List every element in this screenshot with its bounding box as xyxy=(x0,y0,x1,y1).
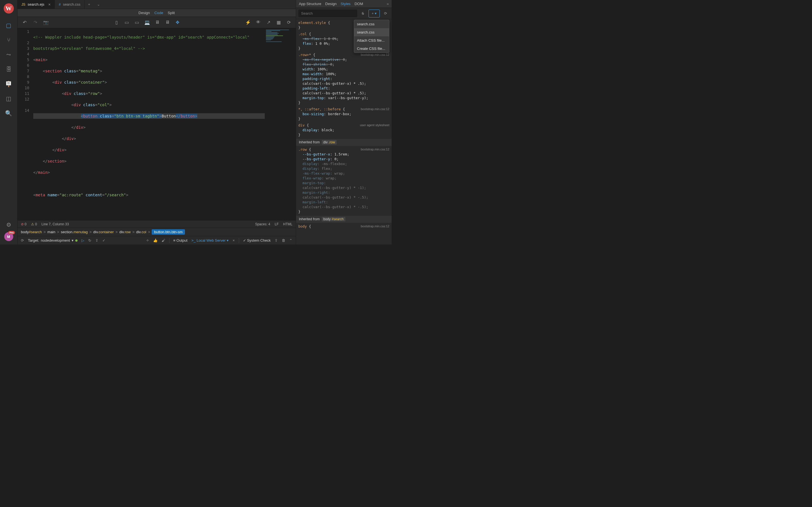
rule-div[interactable]: user agent stylesheet div { display: blo… xyxy=(298,123,389,137)
undo-icon[interactable]: ↶ xyxy=(21,20,28,25)
crumb-button[interactable]: button.btn.btn-sm xyxy=(152,229,185,235)
device-tablet-icon[interactable]: ▭ xyxy=(123,20,131,25)
close-panel-icon[interactable]: × xyxy=(233,238,235,242)
flows-icon[interactable]: 🪧 xyxy=(4,79,14,89)
server-selector[interactable]: >_ Local Web Server ▾ xyxy=(192,238,229,242)
view-split[interactable]: Split xyxy=(168,11,175,15)
app-logo[interactable]: W xyxy=(4,3,14,13)
close-icon[interactable]: × xyxy=(48,2,50,7)
target-selector[interactable]: Target: nodedevelopment ▾ xyxy=(28,238,78,242)
language-mode[interactable]: HTML xyxy=(283,222,292,226)
crumb-container[interactable]: div.container xyxy=(93,230,114,234)
line-gutter: 1 2 3 4 5 6 7 8 9 10 11 12 14 xyxy=(17,28,33,220)
output-panel-toggle[interactable]: ≡ Output xyxy=(173,238,188,242)
device-laptop-icon[interactable]: 💻 xyxy=(144,20,151,25)
minimap[interactable] xyxy=(265,28,296,220)
upload-icon[interactable]: ⇧ xyxy=(274,238,278,242)
tab-search-ejs[interactable]: JS search.ejs × xyxy=(17,0,55,9)
add-rule-button[interactable]: + ▾ xyxy=(368,10,380,17)
status-bar: ⊘ 0 ⚠ 0 Line 7, Column 33 Spaces: 4 LF H… xyxy=(17,220,296,228)
reload-icon[interactable]: ↻ xyxy=(88,238,91,242)
export-icon[interactable]: ↗ xyxy=(265,20,272,25)
new-tab-button[interactable]: + xyxy=(85,2,94,6)
menu-item-search-css-2[interactable]: search.css xyxy=(354,28,389,36)
rule-row[interactable]: bootstrap.min.css:12 .row { --bs-gutter-… xyxy=(298,147,389,214)
tab-app-structure[interactable]: App Structure xyxy=(299,2,321,6)
device-desktop-icon[interactable]: 🖥 xyxy=(154,20,161,25)
redo-icon[interactable]: ↷ xyxy=(32,20,39,25)
rule-body[interactable]: bootstrap.min.css:12 body { xyxy=(298,224,389,229)
styles-search-input[interactable] xyxy=(298,10,357,17)
wand-icon[interactable]: ✧ xyxy=(146,238,149,242)
crumb-row[interactable]: div.row xyxy=(119,230,131,234)
editor-toolbar: ↶ ↷ 📷 ▯ ▭ ▭ 💻 🖥 🖥 ✥ ⚡ 👁 ↗ ▦ ⟳ xyxy=(17,17,296,28)
user-avatar[interactable]: MPro xyxy=(4,232,13,241)
indent-info[interactable]: Spaces: 4 xyxy=(255,222,270,226)
device-wide-icon[interactable]: 🖥 xyxy=(164,20,171,25)
tab-label: search.css xyxy=(63,2,80,6)
move-icon[interactable]: ✥ xyxy=(174,20,181,25)
system-check[interactable]: ✓ System Check xyxy=(243,238,271,242)
brush-icon[interactable]: 🖌 xyxy=(161,238,165,242)
crumb-body[interactable]: body#search xyxy=(21,230,42,234)
preview-icon[interactable]: 👁 xyxy=(255,20,262,25)
chevron-down-icon: ▾ xyxy=(71,238,73,242)
crumb-col[interactable]: div.col xyxy=(136,230,146,234)
refresh-icon[interactable]: ⟳ xyxy=(285,20,292,25)
database-icon[interactable]: 🗄 xyxy=(4,64,14,74)
device-mobile-icon[interactable]: ▯ xyxy=(113,20,120,25)
view-mode-bar: Design Code Split xyxy=(17,9,296,17)
rule-row-star[interactable]: bootstrap.min.css:12 .row>* { -ms-flex-n… xyxy=(298,52,389,105)
tab-search-css[interactable]: # search.css xyxy=(55,0,85,9)
tab-styles[interactable]: Styles xyxy=(341,2,350,6)
deploy-icon[interactable]: ⇪ xyxy=(95,238,98,242)
trash-icon[interactable]: 🗑 xyxy=(282,238,285,242)
chevron-up-icon[interactable]: ⌃ xyxy=(289,238,292,242)
strikethrough-icon[interactable]: S̶ xyxy=(359,10,367,17)
git-icon[interactable]: ⑂ xyxy=(4,35,14,45)
camera-icon[interactable]: 📷 xyxy=(42,20,50,25)
bolt-icon[interactable]: ⚡ xyxy=(245,20,252,25)
styles-list[interactable]: search.css search.css Attach CSS file...… xyxy=(296,19,392,244)
play-icon[interactable]: ▷ xyxy=(82,238,84,242)
tab-menu-chevron[interactable]: ⌄ xyxy=(94,2,103,6)
settings-icon[interactable]: ⚙ xyxy=(4,220,14,230)
device-tablet-land-icon[interactable]: ▭ xyxy=(133,20,141,25)
menu-item-create-css[interactable]: Create CSS file... xyxy=(354,45,389,53)
qr-icon[interactable]: ▦ xyxy=(275,20,282,25)
view-design[interactable]: Design xyxy=(139,11,150,15)
routes-icon[interactable]: ⤳ xyxy=(4,50,14,60)
tab-label: search.ejs xyxy=(28,2,44,6)
inherited-from-row: Inherited from div .row xyxy=(296,139,392,146)
pages-icon[interactable]: ▢ xyxy=(4,20,14,31)
view-code[interactable]: Code xyxy=(154,11,163,15)
element-breadcrumb: body#search > main > section.menutag > d… xyxy=(17,228,296,236)
refresh-styles-icon[interactable]: ⟳ xyxy=(382,10,389,17)
crumb-main[interactable]: main xyxy=(47,230,55,234)
search-icon[interactable]: 🔍 xyxy=(4,108,14,118)
menu-item-search-css[interactable]: search.css xyxy=(354,20,389,28)
activity-bar: W ▢ ⑂ ⤳ 🗄 🪧 ◫ 🔍 ⚙ MPro xyxy=(0,0,17,244)
rule-universal[interactable]: bootstrap.min.css:12 *, ::after, ::befor… xyxy=(298,107,389,121)
thumbs-up-icon[interactable]: 👍 xyxy=(153,238,158,242)
error-count[interactable]: ⊘ 0 xyxy=(21,222,27,226)
js-file-icon: JS xyxy=(21,3,26,6)
status-dot-icon xyxy=(75,239,78,242)
css-file-menu: search.css search.css Attach CSS file...… xyxy=(354,20,389,53)
tab-dom[interactable]: DOM xyxy=(354,2,363,6)
crumb-section[interactable]: section.menutag xyxy=(61,230,88,234)
code-editor[interactable]: 1 2 3 4 5 6 7 8 9 10 11 12 14 <!-- Wappl… xyxy=(17,28,296,220)
warning-count[interactable]: ⚠ 0 xyxy=(31,222,37,226)
menu-item-attach-css[interactable]: Attach CSS file... xyxy=(354,36,389,45)
line-ending[interactable]: LF xyxy=(274,222,278,226)
code-content[interactable]: <!-- Wappler include head-page="layouts/… xyxy=(33,28,265,220)
check-circle-icon[interactable]: ✓ xyxy=(102,238,105,242)
cursor-position: Line 7, Column 33 xyxy=(42,222,69,226)
extensions-icon[interactable]: ◫ xyxy=(4,94,14,104)
more-icon[interactable]: » xyxy=(387,2,389,6)
inherited-from-body: Inherited from body #search xyxy=(296,216,392,223)
bottom-bar: ⟳ Target: nodedevelopment ▾ ▷ ↻ ⇪ ✓ ✧ 👍 … xyxy=(17,236,296,244)
sync-icon[interactable]: ⟳ xyxy=(21,238,24,242)
tab-design-panel[interactable]: Design xyxy=(325,2,337,6)
inspector-panel: App Structure Design Styles DOM » S̶ + ▾… xyxy=(296,0,392,244)
